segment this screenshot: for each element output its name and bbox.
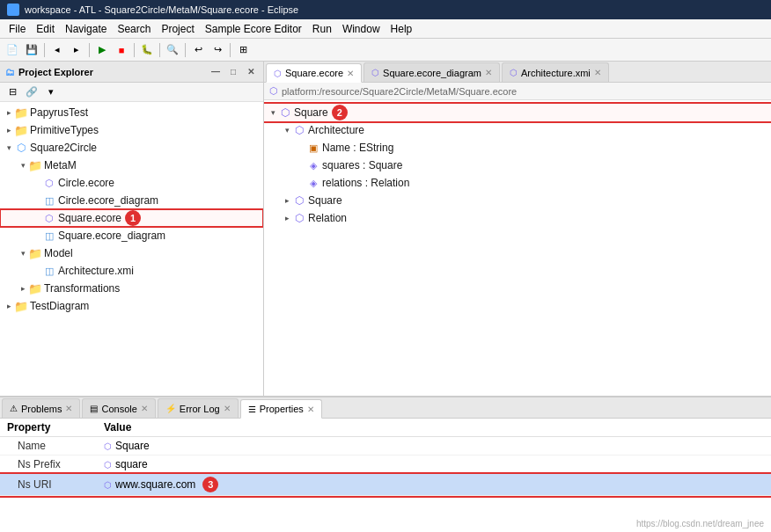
bottom-tab-properties[interactable]: ☰ Properties ✕ [240,399,322,419]
prop-value-nsprefix-row: ⬡ square [97,455,771,474]
ecore-arrow-relation-class[interactable] [282,213,292,223]
editor-tab-square-ecore-tab[interactable]: ⬡ Square.ecore ✕ [266,63,362,83]
prop-name-name-row: Name [0,437,97,455]
badge-square-root: 2 [332,105,348,120]
tab-label-square-ecore-tab: Square.ecore [285,68,343,78]
tree-arrow-model[interactable] [18,248,28,259]
bottom-tab-close-problems[interactable]: ✕ [65,404,72,413]
bottom-tab-console[interactable]: ▤ Console ✕ [82,398,155,418]
tree-item-testdiagram[interactable]: 📁 TestDiagram [0,297,263,315]
value-col-header: Value [97,419,771,437]
menu-project[interactable]: Project [156,21,199,37]
tree-item-circle-diagram[interactable]: ◫ Circle.ecore_diagram [0,192,263,209]
ecore-item-squares-ref[interactable]: ◈ squares : Square [264,157,771,174]
menu-run[interactable]: Run [307,21,337,37]
tree-item-primitive[interactable]: 📁 PrimitiveTypes [0,121,263,139]
tree-item-model[interactable]: 📁 Model [0,244,263,262]
menu-search[interactable]: Search [112,21,156,37]
tree-item-transif[interactable]: 📁 Transformations [0,280,263,297]
tree-arrow-testdiagram[interactable] [4,301,14,311]
tree-arrow-primitive[interactable] [4,125,14,135]
prop-value-icon-nsuri-row: ⬡ [104,480,112,490]
tree-arrow-transif[interactable] [18,283,28,294]
menu-edit[interactable]: Edit [31,21,60,37]
badge-square-ecore: 1 [125,210,141,226]
ecore-arrow-square-class[interactable] [282,195,292,206]
ecore-item-relations-ref[interactable]: ◈ relations : Relation [264,174,771,192]
bottom-tab-close-errorlog[interactable]: ✕ [224,404,231,413]
new-button[interactable]: 📄 [4,41,21,59]
bottom-tab-errorlog[interactable]: ⚡ Error Log ✕ [158,398,239,418]
ecore-arrow-name-attr[interactable] [296,142,306,153]
tree-item-arch-xmi[interactable]: ◫ Architecture.xmi [0,262,263,280]
ecore-label-square-class: Square [308,194,342,207]
forward-button[interactable]: ▸ [68,41,85,59]
menu-window[interactable]: Window [337,21,386,37]
editor-tab-square-diagram-tab[interactable]: ⬡ Square.ecore_diagram ✕ [363,62,500,82]
save-button[interactable]: 💾 [23,41,40,59]
tree-item-circle-ecore[interactable]: ⬡ Circle.ecore [0,174,263,192]
tree-label-s2c: Square2Circle [30,142,97,154]
view-menu-button[interactable]: ▾ [42,84,60,101]
ecore-arrow-square-root[interactable] [268,107,278,118]
tree-icon-testdiagram: 📁 [14,299,28,313]
menu-help[interactable]: Help [386,21,418,37]
tree-arrow-circle-ecore[interactable] [32,178,42,188]
ecore-item-square-root[interactable]: ⬡ Square 2 [264,104,771,121]
tree-icon-primitive: 📁 [14,123,28,137]
tree-item-metam[interactable]: 📁 MetaM [0,157,263,174]
tree-icon-transif: 📁 [28,281,42,295]
prop-row-name-row[interactable]: Name ⬡ Square [0,437,771,455]
tree-item-s2c[interactable]: ⬡ Square2Circle [0,139,263,157]
menu-navigate[interactable]: Navigate [60,21,112,37]
tree-arrow-circle-diagram[interactable] [32,195,42,206]
maximize-panel-button[interactable]: □ [226,65,240,79]
minimize-panel-button[interactable]: — [209,65,223,79]
tree-item-square-diagram[interactable]: ◫ Square.ecore_diagram [0,227,263,244]
tab-close-square-diagram-tab[interactable]: ✕ [485,68,492,77]
bottom-tab-problems[interactable]: ⚠ Problems ✕ [2,398,80,418]
tree-item-square-ecore[interactable]: ⬡ Square.ecore 1 [0,209,263,227]
tree-label-model: Model [44,247,73,259]
redo-button[interactable]: ↪ [209,41,226,59]
menu-sample-ecore[interactable]: Sample Ecore Editor [200,21,307,37]
bottom-tab-close-properties[interactable]: ✕ [307,404,314,414]
bottom-tab-close-console[interactable]: ✕ [141,404,148,413]
tree-arrow-arch-xmi[interactable] [32,266,42,276]
link-editor-button[interactable]: 🔗 [23,84,40,101]
collapse-all-button[interactable]: ⊟ [4,84,21,101]
undo-button[interactable]: ↩ [189,41,207,59]
run-button[interactable]: ▶ [93,41,111,59]
debug-button[interactable]: 🐛 [138,41,156,59]
ecore-item-square-class[interactable]: ⬡ Square [264,192,771,209]
perspective-button[interactable]: ⊞ [234,41,252,59]
tree-arrow-s2c[interactable] [4,142,14,153]
tree-arrow-square-diagram[interactable] [32,230,42,241]
stop-button[interactable]: ■ [113,41,130,59]
ecore-arrow-arch-node[interactable] [282,125,292,135]
tab-close-arch-tab[interactable]: ✕ [594,68,601,77]
ecore-item-arch-node[interactable]: ⬡ Architecture [264,121,771,139]
editor-tab-arch-tab[interactable]: ⬡ Architecture.xmi ✕ [502,62,609,82]
tree-arrow-square-ecore[interactable] [32,213,42,223]
prop-value-text-nsprefix-row: square [115,458,148,470]
ecore-arrow-relations-ref[interactable] [296,178,306,188]
prop-row-nsuri-row[interactable]: Ns URI ⬡ www.square.com 3 [0,474,771,496]
ecore-item-name-attr[interactable]: ▣ Name : EString [264,139,771,157]
tree-item-papyrus[interactable]: 📁 PapyrusTest [0,104,263,121]
tree-arrow-metam[interactable] [18,160,28,171]
ecore-arrow-squares-ref[interactable] [296,160,306,171]
prop-name-nsprefix-row: Ns Prefix [0,455,97,474]
prop-row-nsprefix-row[interactable]: Ns Prefix ⬡ square [0,455,771,474]
tree-arrow-papyrus[interactable] [4,107,14,118]
tab-close-square-ecore-tab[interactable]: ✕ [347,69,354,78]
menu-file[interactable]: File [4,21,31,37]
prop-value-text-nsuri-row: www.square.com [115,478,195,491]
tree-label-primitive: PrimitiveTypes [30,124,99,136]
search-button[interactable]: 🔍 [164,41,181,59]
bottom-tab-label-console: Console [101,404,136,414]
back-button[interactable]: ◂ [48,41,66,59]
ecore-item-relation-class[interactable]: ⬡ Relation [264,209,771,227]
bottom-tab-label-properties: Properties [260,404,304,414]
close-panel-button[interactable]: ✕ [244,65,258,79]
